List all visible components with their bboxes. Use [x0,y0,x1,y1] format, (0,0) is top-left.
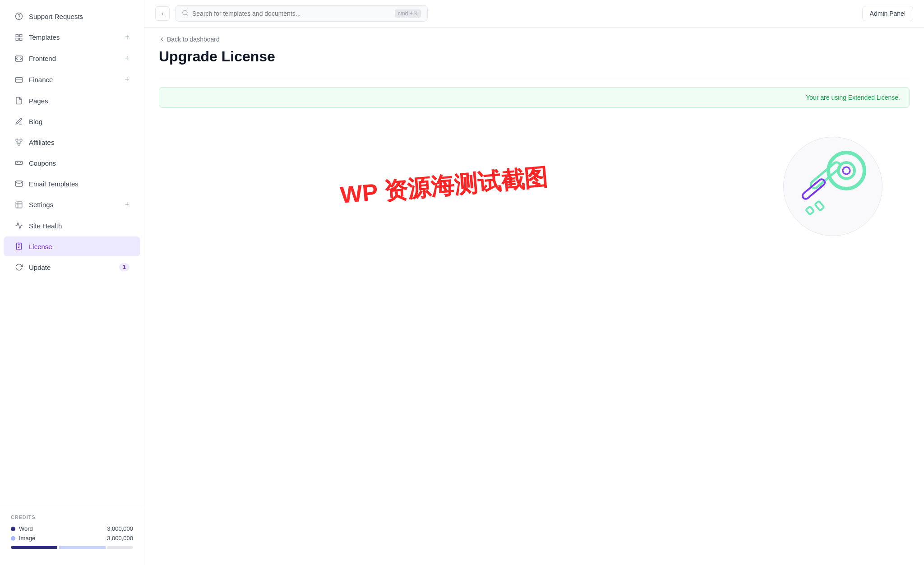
expand-icon: + [125,54,129,63]
page-title: Upgrade License [144,43,924,76]
sidebar-item-update[interactable]: Update 1 [4,257,140,277]
svg-rect-24 [815,201,824,211]
sidebar-item-label: Finance [29,76,53,83]
page-content: Back to dashboard Upgrade License Your a… [144,28,924,565]
notice-bar: Your are using Extended License. [159,87,910,108]
collapse-sidebar-button[interactable]: ‹ [155,6,170,21]
key-svg [788,141,878,232]
watermark-text: WP 资源海测试截图 [285,157,602,216]
support-icon [14,12,23,21]
blog-icon [14,117,23,126]
affiliates-icon [14,138,23,147]
sidebar-item-label: Frontend [29,55,56,62]
sidebar-item-templates[interactable]: Templates + [4,27,140,47]
svg-rect-13 [17,243,22,250]
sidebar-item-frontend[interactable]: Frontend + [4,48,140,69]
sidebar-item-support-requests[interactable]: Support Requests [4,6,140,26]
settings-icon [14,200,23,209]
svg-rect-25 [806,206,814,214]
sidebar-nav: Support Requests Templates + Frontend + [0,0,144,507]
svg-rect-2 [16,34,18,37]
update-icon [14,263,23,272]
svg-rect-3 [20,34,22,37]
credits-progress-bar [11,546,133,549]
svg-rect-8 [16,139,18,141]
sidebar-item-label: Blog [29,118,42,125]
credits-label: CREDITS [11,514,133,520]
sidebar-item-site-health[interactable]: Site Health [4,216,140,236]
topbar-left: ‹ cmd + K [155,5,855,22]
update-badge: 1 [119,263,129,271]
sidebar-item-label: Settings [29,201,53,208]
sidebar-item-settings[interactable]: Settings + [4,195,140,215]
admin-panel-button[interactable]: Admin Panel [862,6,913,21]
sidebar-item-label: License [29,243,52,250]
license-area: WP 资源海测试截图 [144,119,924,254]
svg-line-18 [186,14,188,15]
word-dot [11,527,15,531]
search-shortcut: cmd + K [395,9,421,18]
sidebar-item-label: Pages [29,97,48,105]
sidebar-item-finance[interactable]: Finance + [4,69,140,90]
sidebar-item-label: Update [29,264,51,271]
pages-icon [14,96,23,105]
back-to-dashboard-link[interactable]: Back to dashboard [159,36,220,43]
svg-rect-7 [16,77,23,82]
sidebar-item-blog[interactable]: Blog [4,111,140,131]
notice-text: Your are using Extended License. [806,94,900,101]
sidebar: Support Requests Templates + Frontend + [0,0,144,565]
svg-rect-5 [20,38,22,40]
svg-point-1 [19,18,19,18]
sidebar-item-license[interactable]: License [4,236,140,256]
svg-point-19 [828,153,864,189]
site-health-icon [14,221,23,230]
progress-image [59,546,106,549]
sidebar-item-label: Email Templates [29,180,79,188]
sidebar-item-label: Templates [29,33,60,41]
expand-icon: + [125,32,129,42]
search-icon [182,9,189,18]
credit-row-image: Image 3,000,000 [11,535,133,542]
search-input[interactable] [192,10,391,17]
license-icon [14,242,23,251]
coupons-icon [14,158,23,167]
page-divider [159,76,910,76]
word-value: 3,000,000 [107,525,133,532]
sidebar-item-email-templates[interactable]: Email Templates [4,174,140,194]
svg-rect-9 [20,139,22,141]
breadcrumb: Back to dashboard [144,28,924,43]
topbar: ‹ cmd + K Admin Panel [144,0,924,28]
svg-point-0 [16,13,23,20]
progress-empty [107,546,133,549]
image-value: 3,000,000 [107,535,133,542]
sidebar-item-label: Coupons [29,159,56,167]
email-icon [14,179,23,188]
credit-row-word: Word 3,000,000 [11,525,133,532]
key-illustration [774,128,892,245]
svg-rect-4 [16,38,18,40]
image-dot [11,536,15,541]
credits-section: CREDITS Word 3,000,000 Image 3,000,000 [0,507,144,556]
sidebar-item-affiliates[interactable]: Affiliates [4,132,140,152]
sidebar-item-label: Site Health [29,222,62,230]
sidebar-item-label: Support Requests [29,13,83,20]
svg-rect-11 [16,161,23,165]
sidebar-item-pages[interactable]: Pages [4,91,140,111]
sidebar-item-coupons[interactable]: Coupons [4,153,140,173]
finance-icon [14,75,23,84]
sidebar-item-label: Affiliates [29,139,54,146]
frontend-icon [14,54,23,63]
svg-point-17 [183,10,187,15]
svg-point-21 [843,167,850,174]
templates-icon [14,33,23,42]
image-label: Image [19,535,103,542]
expand-icon: + [125,75,129,84]
back-label: Back to dashboard [167,36,220,43]
word-label: Word [19,525,103,532]
search-bar: cmd + K [175,5,428,22]
progress-word [11,546,57,549]
main-content: ‹ cmd + K Admin Panel Back to dashboard … [144,0,924,565]
expand-icon: + [125,200,129,209]
